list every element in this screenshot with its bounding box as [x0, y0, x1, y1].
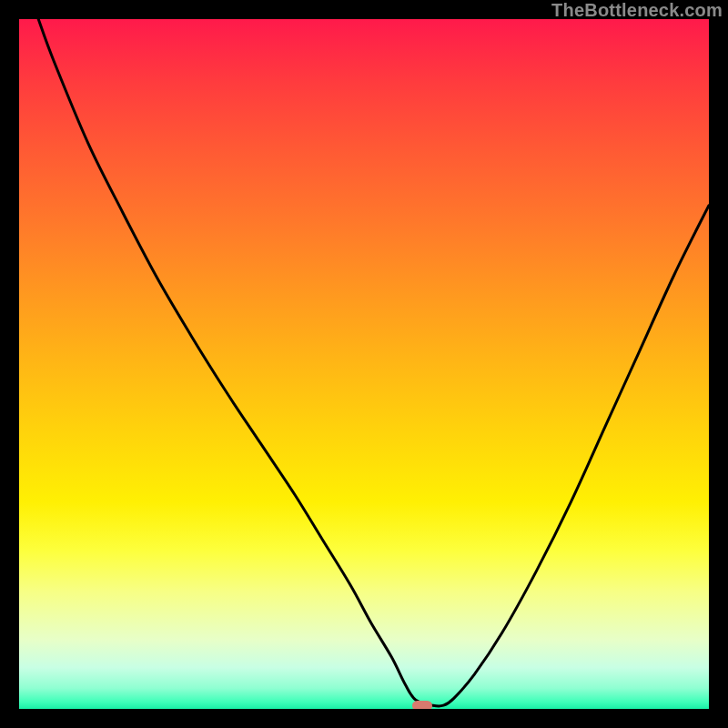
- plot-area: [19, 19, 709, 709]
- optimal-marker: [412, 701, 432, 709]
- bottleneck-curve: [19, 19, 709, 709]
- chart-frame: TheBottleneck.com: [0, 0, 728, 728]
- watermark-text: TheBottleneck.com: [551, 0, 723, 21]
